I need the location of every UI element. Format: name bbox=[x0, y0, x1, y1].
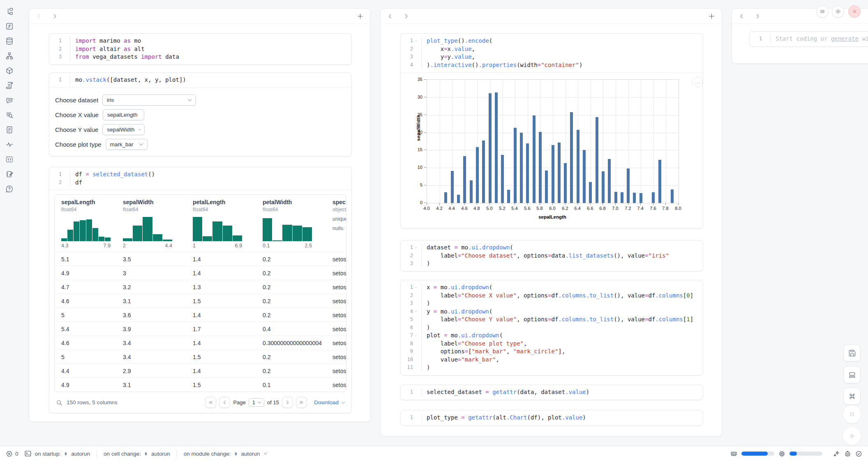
ai-sparkle-icon[interactable] bbox=[833, 450, 840, 457]
code-line[interactable]: 2 x=x.value, bbox=[403, 45, 698, 53]
code-snippet-icon[interactable] bbox=[5, 154, 14, 164]
last-page-button[interactable] bbox=[296, 397, 307, 408]
table-row[interactable]: 4.63.41.40.30000000000000004setosa bbox=[55, 336, 346, 350]
autorun-setting[interactable]: on module change:autorun bbox=[184, 451, 268, 457]
column-header-species[interactable]: speciesobjectunique:nulls: bbox=[326, 199, 346, 249]
table-row[interactable]: 53.61.40.2setosa bbox=[55, 308, 346, 322]
code-line[interactable]: 2import altair as alt bbox=[52, 45, 346, 53]
code-editor[interactable]: 1mo.vstack([dataset, x, y, plot]) bbox=[49, 73, 351, 88]
code-line[interactable]: 11) bbox=[403, 364, 698, 372]
fold-icon[interactable] bbox=[413, 310, 419, 313]
column-header-sepalLength[interactable]: sepalLengthfloat644.37.9 bbox=[55, 199, 116, 249]
shutdown-button[interactable] bbox=[848, 5, 861, 18]
notebook-icon[interactable] bbox=[5, 169, 14, 179]
terminal-button[interactable] bbox=[24, 450, 32, 457]
code-line[interactable]: 3 y=y.value, bbox=[403, 53, 698, 61]
table-row[interactable]: 4.931.40.2setosa bbox=[55, 266, 346, 280]
chevron-left-icon[interactable] bbox=[387, 13, 393, 19]
script-icon[interactable] bbox=[5, 81, 14, 90]
dropdown-choose-x-value[interactable]: sepalLength bbox=[103, 109, 144, 120]
code-line[interactable]: 7plot = mo.ui.dropdown( bbox=[403, 332, 698, 340]
page-select[interactable]: 1 bbox=[249, 398, 264, 407]
code-line[interactable]: 2df bbox=[52, 179, 346, 187]
errors-indicator[interactable]: 0 bbox=[6, 450, 18, 457]
settings-button[interactable] bbox=[832, 5, 844, 18]
hierarchy-icon[interactable] bbox=[5, 51, 14, 61]
save-button[interactable] bbox=[843, 344, 861, 362]
chevron-right-icon[interactable] bbox=[403, 13, 409, 19]
prev-page-button[interactable] bbox=[219, 397, 230, 408]
chat-bot-icon[interactable] bbox=[5, 95, 14, 105]
next-page-button[interactable] bbox=[282, 397, 293, 408]
code-line[interactable]: 1dataset = mo.ui.dropdown( bbox=[403, 244, 698, 252]
fold-icon[interactable] bbox=[413, 334, 419, 337]
chevron-left-icon[interactable] bbox=[739, 13, 745, 19]
column-header-petalWidth[interactable]: petalWidthfloat640.12.5 bbox=[256, 199, 326, 249]
chart-plot-area[interactable] bbox=[427, 79, 679, 203]
cell-dataset-dropdown[interactable]: 1dataset = mo.ui.dropdown(2 label="Choos… bbox=[400, 240, 703, 272]
table-row[interactable]: 5.43.91.70.4setosa bbox=[55, 322, 346, 336]
search-icon[interactable] bbox=[56, 399, 62, 406]
code-line[interactable]: 1plot_type = getattr(alt.Chart(df), plot… bbox=[403, 414, 698, 422]
code-editor[interactable]: 1import marimo as mo2import altair as al… bbox=[49, 34, 351, 65]
code-editor[interactable]: 1x = mo.ui.dropdown(2 label="Choose X va… bbox=[401, 280, 703, 375]
database-icon[interactable] bbox=[5, 36, 14, 46]
chevron-right-icon[interactable] bbox=[52, 13, 58, 19]
dropdown-choose-plot-type[interactable]: mark_bar bbox=[106, 139, 148, 150]
function-icon[interactable] bbox=[5, 21, 14, 31]
code-line[interactable]: 6) bbox=[403, 324, 698, 332]
code-editor-placeholder[interactable]: 1Start coding or generate with bbox=[750, 32, 868, 46]
run-button[interactable] bbox=[843, 426, 861, 445]
download-button[interactable]: Download bbox=[314, 399, 346, 406]
cell-dataframe[interactable]: 1df = selected_dataset()2df sepalLengthf… bbox=[49, 167, 352, 413]
column-header-sepalWidth[interactable]: sepalWidthfloat6424.4 bbox=[116, 199, 186, 249]
code-line[interactable]: 2 label="Choose dataset", options=data.l… bbox=[403, 252, 698, 260]
code-editor[interactable]: 1plot_type = getattr(alt.Chart(df), plot… bbox=[401, 410, 703, 425]
table-row[interactable]: 5.13.51.40.2setosa bbox=[55, 252, 346, 266]
first-page-button[interactable] bbox=[205, 397, 216, 408]
code-line[interactable]: 1mo.vstack([dataset, x, y, plot]) bbox=[52, 76, 346, 84]
activity-icon[interactable] bbox=[5, 140, 14, 150]
altair-chart[interactable]: sepalWidth sepalLength ··· 0510152025303… bbox=[404, 74, 703, 226]
stop-button[interactable] bbox=[843, 405, 861, 424]
code-line[interactable]: 1plot_type().encode( bbox=[403, 37, 698, 45]
cell-vstack[interactable]: 1mo.vstack([dataset, x, y, plot]) Choose… bbox=[49, 72, 352, 157]
dropdown-choose-dataset[interactable]: iris bbox=[102, 95, 196, 106]
chevron-left-icon[interactable] bbox=[36, 13, 42, 19]
fold-icon[interactable] bbox=[413, 39, 419, 43]
cell-plot-type[interactable]: 1plot_type = getattr(alt.Chart(df), plot… bbox=[400, 410, 703, 426]
code-line[interactable]: 4).interactive().properties(width="conta… bbox=[403, 61, 698, 69]
code-line[interactable]: 5 label="Choose Y value", options=df.col… bbox=[403, 316, 698, 324]
chevron-right-icon[interactable] bbox=[755, 13, 761, 19]
code-editor[interactable]: 1df = selected_dataset()2df bbox=[49, 167, 351, 190]
menu-button[interactable] bbox=[816, 5, 829, 18]
connection-status-icon[interactable] bbox=[855, 450, 862, 457]
chart-menu-button[interactable]: ··· bbox=[692, 77, 703, 88]
code-line[interactable]: 1selected_dataset = getattr(data, datase… bbox=[403, 388, 698, 396]
code-editor[interactable]: 1plot_type().encode(2 x=x.value,3 y=y.va… bbox=[401, 34, 703, 72]
autorun-setting[interactable]: on startup:autorun bbox=[35, 451, 90, 457]
code-editor[interactable]: 1dataset = mo.ui.dropdown(2 label="Choos… bbox=[401, 240, 703, 271]
keyboard-shortcuts-button[interactable] bbox=[843, 387, 861, 405]
cell-xy-plot-dropdowns[interactable]: 1x = mo.ui.dropdown(2 label="Choose X va… bbox=[400, 280, 703, 376]
fold-icon[interactable] bbox=[413, 286, 419, 289]
code-line[interactable]: 1x = mo.ui.dropdown( bbox=[403, 284, 698, 292]
dropdown-choose-y-value[interactable]: sepalWidth bbox=[102, 124, 145, 135]
cell-plot[interactable]: 1plot_type().encode(2 x=x.value,3 y=y.va… bbox=[400, 33, 703, 228]
table-row[interactable]: 4.93.11.50.1setosa bbox=[55, 378, 346, 392]
table-row[interactable]: 4.42.91.40.2setosa bbox=[55, 364, 346, 378]
code-line[interactable]: 9 options=["mark_bar", "mark_circle"], bbox=[403, 348, 698, 356]
cell-imports[interactable]: 1import marimo as mo2import altair as al… bbox=[49, 33, 352, 65]
table-row[interactable]: 4.73.21.30.2setosa bbox=[55, 280, 346, 294]
chatbot-icon[interactable] bbox=[844, 450, 851, 457]
code-line[interactable]: 3from vega_datasets import data bbox=[52, 53, 346, 61]
code-editor[interactable]: 1selected_dataset = getattr(data, datase… bbox=[401, 385, 703, 400]
code-line[interactable]: 1import marimo as mo bbox=[52, 37, 346, 45]
code-line[interactable]: 3) bbox=[403, 260, 698, 268]
help-icon[interactable] bbox=[5, 184, 14, 194]
code-line[interactable]: 2 label="Choose X value", options=df.col… bbox=[403, 292, 698, 300]
code-line[interactable]: 8 label="Choose plot type", bbox=[403, 340, 698, 348]
code-line[interactable]: 3) bbox=[403, 300, 698, 308]
code-line[interactable]: 1df = selected_dataset() bbox=[52, 171, 346, 179]
code-line[interactable]: 1Start coding or generate with bbox=[752, 35, 868, 43]
